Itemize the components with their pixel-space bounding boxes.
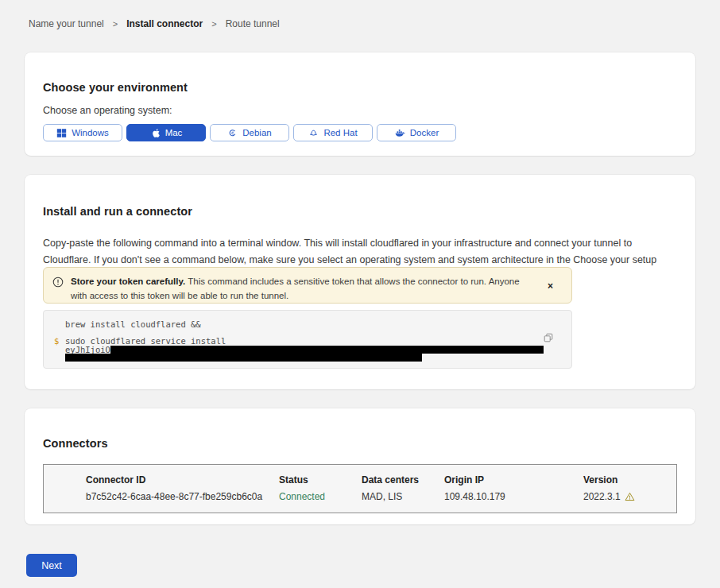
connectors-table: Connector ID Status Data centers Origin … bbox=[43, 464, 677, 513]
copy-icon[interactable] bbox=[543, 332, 554, 343]
os-button-label: Windows bbox=[72, 128, 109, 137]
os-button-redhat[interactable]: Red Hat bbox=[293, 124, 373, 141]
os-button-label: Mac bbox=[165, 128, 183, 137]
connectors-card: Connectors Connector ID Status Data cent… bbox=[25, 408, 695, 524]
docker-icon bbox=[394, 128, 405, 138]
table-row: b7c52c42-6caa-48ee-8c77-fbe259cb6c0a Con… bbox=[44, 491, 676, 502]
os-button-label: Red Hat bbox=[323, 128, 357, 137]
data-centers-cell: MAD, LIS bbox=[362, 491, 444, 502]
warning-triangle-icon bbox=[625, 492, 635, 501]
breadcrumb-separator: > bbox=[113, 19, 118, 29]
connectors-table-header: Connector ID Status Data centers Origin … bbox=[44, 474, 676, 485]
install-connector-title: Install and run a connector bbox=[43, 205, 192, 218]
os-button-windows[interactable]: Windows bbox=[43, 124, 122, 141]
os-button-group: Windows Mac Debian Red Hat bbox=[43, 124, 456, 141]
connectors-title: Connectors bbox=[43, 437, 108, 450]
token-warning-banner: Store your token carefully. This command… bbox=[43, 267, 572, 304]
col-header-origin-ip: Origin IP bbox=[444, 474, 583, 485]
os-button-mac[interactable]: Mac bbox=[126, 124, 206, 141]
alert-circle-icon bbox=[52, 277, 64, 291]
environment-card-title: Choose your environment bbox=[43, 81, 188, 94]
next-button[interactable]: Next bbox=[26, 554, 77, 577]
shell-prompt: $ bbox=[54, 336, 59, 346]
connector-id-cell: b7c52c42-6caa-48ee-8c77-fbe259cb6c0a bbox=[86, 491, 279, 502]
token-redaction-bar bbox=[65, 354, 422, 362]
tunnel-setup-page: Name your tunnel > Install connector > R… bbox=[0, 0, 720, 588]
status-badge: Connected bbox=[279, 491, 362, 502]
debian-icon bbox=[227, 128, 238, 138]
install-connector-card: Install and run a connector Copy-paste t… bbox=[25, 175, 695, 389]
environment-card: Choose your environment Choose an operat… bbox=[25, 52, 695, 156]
version-value: 2022.3.1 bbox=[583, 491, 621, 502]
col-header-data-centers: Data centers bbox=[362, 474, 444, 485]
breadcrumb-name-your-tunnel[interactable]: Name your tunnel bbox=[29, 18, 104, 29]
os-button-label: Debian bbox=[242, 128, 271, 137]
close-icon[interactable]: × bbox=[548, 281, 553, 291]
apple-icon bbox=[150, 128, 161, 138]
token-redaction-bar bbox=[110, 346, 544, 354]
origin-ip-cell: 109.48.10.179 bbox=[444, 491, 583, 502]
col-header-status: Status bbox=[279, 474, 362, 485]
os-button-label: Docker bbox=[410, 128, 439, 137]
os-button-debian[interactable]: Debian bbox=[210, 124, 289, 141]
breadcrumb-route-tunnel[interactable]: Route tunnel bbox=[226, 18, 280, 29]
breadcrumb-install-connector[interactable]: Install connector bbox=[126, 18, 203, 29]
token-warning-title: Store your token carefully. bbox=[71, 277, 185, 286]
os-button-docker[interactable]: Docker bbox=[377, 124, 456, 141]
breadcrumb-separator: > bbox=[211, 19, 216, 29]
redhat-icon bbox=[308, 128, 319, 138]
col-header-version: Version bbox=[583, 474, 676, 485]
breadcrumb: Name your tunnel > Install connector > R… bbox=[29, 18, 280, 29]
os-select-label: Choose an operating system: bbox=[43, 105, 172, 116]
token-warning-text: Store your token carefully. This command… bbox=[71, 274, 536, 304]
install-command-codeblock: $ brew install cloudflared && sudo cloud… bbox=[43, 310, 572, 369]
col-header-connector-id: Connector ID bbox=[86, 474, 279, 485]
windows-icon bbox=[56, 128, 67, 138]
version-cell: 2022.3.1 bbox=[583, 491, 676, 502]
code-line-brew: brew install cloudflared && bbox=[65, 319, 201, 329]
